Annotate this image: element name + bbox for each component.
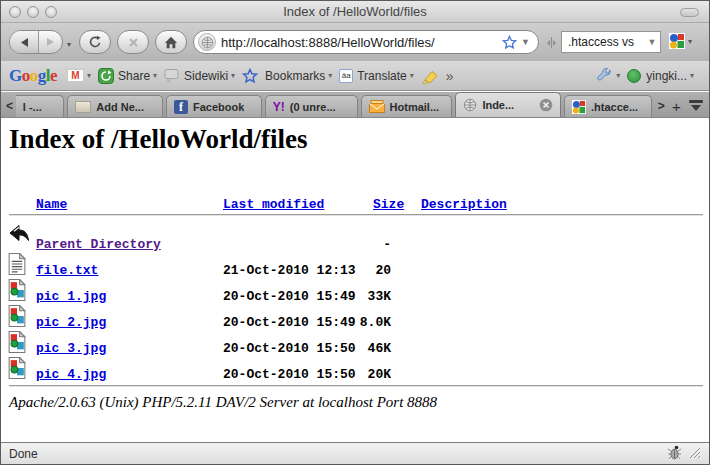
- scroll-tabs-right-button[interactable]: >: [655, 95, 668, 117]
- tab-bar: < l -... Add Ne... f Facebook Y! (0 unre…: [1, 92, 709, 118]
- dropdown-icon: ▾: [153, 71, 157, 80]
- translate-button[interactable]: âa Translate ▾: [339, 69, 414, 83]
- account-avatar: [627, 69, 641, 83]
- tab-add-new[interactable]: Add Ne...: [67, 95, 163, 117]
- home-icon: [164, 36, 178, 49]
- toolbar-toggle-button[interactable]: [680, 8, 699, 17]
- history-dropdown-icon[interactable]: ▾: [67, 40, 71, 49]
- tab-hotmail[interactable]: Hotmail...: [361, 95, 453, 117]
- resize-grip[interactable]: [688, 446, 701, 462]
- search-box[interactable]: .htaccess vs ▼: [561, 31, 661, 53]
- sidewiki-bubble-icon: [164, 68, 180, 83]
- text-file-icon: [8, 253, 26, 279]
- file-link[interactable]: file.txt: [36, 263, 98, 278]
- toolbar-overflow-button[interactable]: »: [446, 68, 454, 84]
- back-forward-group: [9, 30, 63, 54]
- table-row: pic 4.jpg 20-Oct-2010 15:50 20K: [1, 367, 709, 385]
- list-all-tabs-button[interactable]: [685, 95, 707, 117]
- google-toolbar: Google M ▾ Share ▾ Sidewiki ▾: [1, 61, 709, 91]
- file-link[interactable]: Parent Directory: [36, 237, 161, 252]
- file-link[interactable]: pic 2.jpg: [36, 315, 106, 330]
- dropdown-icon: ▾: [616, 71, 620, 80]
- file-link[interactable]: pic 1.jpg: [36, 289, 106, 304]
- account-button[interactable]: yingki... ▾: [627, 69, 694, 83]
- translate-icon: âa: [339, 69, 353, 83]
- status-bar: Done: [1, 442, 709, 464]
- file-link[interactable]: pic 4.jpg: [36, 367, 106, 382]
- tab-1[interactable]: l -...: [16, 95, 64, 117]
- table-row: file.txt 21-Oct-2010 12:13 20: [1, 263, 709, 281]
- sort-by-size-link[interactable]: Size: [373, 197, 404, 212]
- tab-index-active[interactable]: Inde...: [455, 92, 561, 117]
- gmail-icon: M: [67, 69, 84, 82]
- scroll-tabs-left-button[interactable]: <: [3, 95, 16, 117]
- dropdown-icon: ▾: [410, 71, 414, 80]
- page-title: Index of /HelloWorld/files: [9, 124, 308, 155]
- google-favicon: [572, 100, 586, 114]
- search-engine-button[interactable]: ▾: [669, 33, 692, 49]
- share-icon: [98, 68, 114, 84]
- refresh-button[interactable]: [79, 30, 111, 54]
- stop-button[interactable]: [117, 30, 149, 54]
- firebug-icon[interactable]: [667, 445, 682, 463]
- browser-window: Index of /HelloWorld/files ▾: [0, 0, 710, 465]
- back-arrow-icon: [19, 37, 29, 48]
- bookmark-this-button[interactable]: [242, 68, 258, 84]
- share-button[interactable]: Share ▾: [98, 68, 157, 84]
- sort-by-name-link[interactable]: Name: [36, 197, 67, 212]
- toolbar-splitter[interactable]: [547, 37, 556, 48]
- google-logo[interactable]: Google: [9, 66, 57, 86]
- wrench-icon: [596, 68, 613, 84]
- tab-htaccess[interactable]: .htacce...: [564, 95, 652, 117]
- highlighter-button[interactable]: [421, 68, 439, 84]
- image-file-icon: [8, 357, 26, 383]
- bookmarks-menu-button[interactable]: Bookmarks ▾: [265, 69, 332, 83]
- highlighter-icon: [421, 68, 439, 84]
- bookmark-star-icon[interactable]: [502, 35, 517, 50]
- image-file-icon: [8, 305, 26, 331]
- table-header: Name Last modified Size Description: [1, 197, 709, 215]
- url-bar[interactable]: http://localhost:8888/HelloWorld/files/ …: [193, 30, 539, 54]
- back-button[interactable]: [10, 31, 39, 53]
- home-button[interactable]: [155, 30, 187, 54]
- globe-icon: [201, 36, 214, 49]
- sort-by-description-link[interactable]: Description: [421, 197, 507, 212]
- hotmail-icon: [369, 100, 385, 113]
- search-input[interactable]: .htaccess vs: [568, 35, 644, 49]
- tab-yahoo-mail[interactable]: Y! (0 unre...: [265, 95, 358, 117]
- gmail-button[interactable]: M ▾: [67, 69, 91, 82]
- divider: [9, 385, 703, 387]
- url-input[interactable]: http://localhost:8888/HelloWorld/files/: [221, 35, 498, 50]
- tab-facebook[interactable]: f Facebook: [166, 95, 262, 117]
- table-row: pic 2.jpg 20-Oct-2010 15:49 8.0K: [1, 315, 709, 333]
- page-content: Index of /HelloWorld/files Name Last mod…: [1, 118, 709, 444]
- star-icon: [242, 68, 258, 84]
- close-tab-icon[interactable]: [539, 98, 553, 112]
- window-title: Index of /HelloWorld/files: [1, 4, 709, 19]
- facebook-icon: f: [174, 100, 188, 114]
- sort-by-modified-link[interactable]: Last modified: [223, 197, 324, 212]
- image-file-icon: [8, 331, 26, 357]
- sidewiki-button[interactable]: Sidewiki ▾: [164, 68, 235, 83]
- forward-button[interactable]: [39, 37, 62, 47]
- dropdown-icon: ▾: [690, 71, 694, 80]
- engine-dropdown-icon[interactable]: ▾: [688, 37, 692, 46]
- table-row: pic 3.jpg 20-Oct-2010 15:50 46K: [1, 341, 709, 359]
- site-identity-button[interactable]: [198, 33, 216, 51]
- forward-arrow-icon: [46, 37, 55, 47]
- google-favicon: [669, 33, 685, 49]
- refresh-icon: [88, 35, 102, 49]
- title-bar: Index of /HelloWorld/files: [1, 1, 709, 23]
- toolbar-settings-button[interactable]: ▾: [596, 68, 620, 84]
- server-signature: Apache/2.0.63 (Unix) PHP/5.2.11 DAV/2 Se…: [9, 394, 437, 411]
- image-file-icon: [8, 279, 26, 305]
- table-row: pic 1.jpg 20-Oct-2010 15:49 33K: [1, 289, 709, 307]
- new-tab-button[interactable]: +: [668, 95, 686, 117]
- file-link[interactable]: pic 3.jpg: [36, 341, 106, 356]
- url-dropdown-icon[interactable]: ▼: [521, 37, 530, 47]
- search-dropdown-icon[interactable]: ▼: [644, 37, 660, 47]
- divider: [9, 214, 703, 216]
- status-text: Done: [9, 447, 38, 461]
- dropdown-icon: ▾: [87, 71, 91, 80]
- navigation-toolbar: ▾ http://localhost:8888/He: [1, 23, 709, 61]
